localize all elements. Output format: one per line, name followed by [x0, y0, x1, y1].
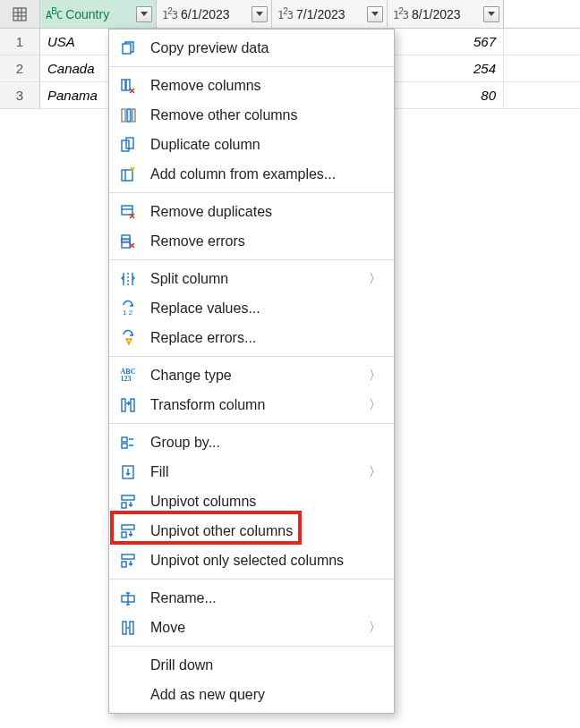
svg-rect-11	[126, 80, 130, 90]
svg-rect-15	[122, 140, 129, 151]
split-column-icon	[118, 269, 138, 289]
svg-marker-6	[256, 12, 263, 16]
menu-split-column[interactable]: Split column 〉	[109, 264, 394, 293]
column-header-8-1-2023[interactable]: 123 8/1/2023	[388, 0, 504, 28]
menu-separator	[109, 356, 394, 357]
column-header-row: ABC Country 123 6/1/2023 123 7/1/2023 12…	[0, 0, 580, 29]
menu-fill[interactable]: Fill 〉	[109, 457, 394, 487]
number-type-icon: 123	[162, 6, 177, 21]
group-by-icon	[118, 433, 138, 453]
svg-text:1 2: 1 2	[123, 309, 133, 317]
svg-rect-32	[122, 525, 134, 529]
svg-rect-14	[132, 109, 135, 122]
svg-rect-22	[122, 239, 130, 242]
menu-label: Group by...	[150, 435, 381, 451]
table-icon	[12, 6, 28, 22]
chevron-right-icon: 〉	[369, 464, 381, 480]
duplicate-icon	[118, 135, 138, 155]
svg-rect-25	[122, 399, 125, 411]
menu-duplicate-column[interactable]: Duplicate column	[109, 130, 394, 159]
menu-label: Remove errors	[150, 233, 381, 250]
column-header-7-1-2023[interactable]: 123 7/1/2023	[272, 0, 388, 28]
svg-rect-17	[122, 170, 132, 181]
row-number[interactable]: 3	[0, 82, 40, 108]
menu-change-type[interactable]: ABC123 Change type 〉	[109, 360, 394, 390]
chevron-right-icon: 〉	[369, 368, 381, 384]
change-type-icon: ABC123	[118, 366, 138, 385]
menu-remove-errors[interactable]: Remove errors	[109, 226, 394, 256]
text-type-icon: ABC	[46, 6, 62, 21]
replace-values-icon: 1 2	[118, 299, 138, 318]
menu-add-as-new-query[interactable]: Add as new query	[109, 680, 394, 709]
svg-marker-7	[371, 12, 379, 16]
menu-unpivot-columns[interactable]: Unpivot columns	[109, 487, 394, 516]
menu-add-column-from-examples[interactable]: Add column from examples...	[109, 159, 394, 189]
column-header-6-1-2023[interactable]: 123 6/1/2023	[157, 0, 272, 28]
fill-icon	[118, 462, 138, 482]
copy-icon	[118, 38, 138, 58]
menu-label: Move	[150, 620, 369, 636]
menu-copy-preview-data[interactable]: Copy preview data	[109, 33, 394, 63]
move-icon	[118, 618, 138, 638]
filter-button[interactable]	[367, 6, 383, 22]
menu-label: Rename...	[150, 590, 381, 606]
menu-unpivot-other-columns[interactable]: Unpivot other columns	[109, 516, 394, 546]
remove-errors-icon	[118, 232, 138, 251]
menu-separator	[109, 646, 394, 647]
remove-duplicates-icon	[118, 202, 138, 222]
menu-remove-duplicates[interactable]: Remove duplicates	[109, 197, 394, 226]
blank-icon	[118, 656, 138, 675]
menu-unpivot-only-selected-columns[interactable]: Unpivot only selected columns	[109, 546, 394, 575]
row-number[interactable]: 2	[0, 55, 40, 81]
svg-rect-31	[122, 503, 126, 508]
unpivot-selected-icon	[118, 551, 138, 571]
svg-rect-9	[123, 44, 131, 54]
number-type-icon: 123	[277, 6, 293, 21]
menu-replace-errors[interactable]: Replace errors...	[109, 323, 394, 352]
menu-label: Remove duplicates	[150, 204, 381, 220]
menu-group-by[interactable]: Group by...	[109, 427, 394, 457]
column-header-country[interactable]: ABC Country	[40, 0, 157, 28]
column-context-menu: Copy preview data Remove columns Remove …	[108, 29, 395, 714]
menu-remove-other-columns[interactable]: Remove other columns	[109, 100, 394, 130]
svg-rect-33	[122, 532, 126, 538]
row-number[interactable]: 1	[0, 29, 40, 55]
filter-button[interactable]	[252, 6, 268, 22]
menu-move[interactable]: Move 〉	[109, 613, 394, 642]
menu-separator	[109, 192, 394, 193]
menu-drill-down[interactable]: Drill down	[109, 650, 394, 680]
menu-label: Change type	[150, 368, 369, 384]
svg-rect-27	[122, 437, 127, 442]
menu-label: Replace values...	[150, 301, 381, 317]
filter-button[interactable]	[483, 6, 499, 22]
menu-rename[interactable]: Rename...	[109, 583, 394, 613]
menu-label: Unpivot columns	[150, 494, 381, 510]
svg-marker-5	[141, 12, 148, 16]
unpivot-icon	[118, 492, 138, 512]
menu-label: Copy preview data	[150, 40, 381, 56]
cell-8-1[interactable]: 567	[388, 29, 504, 55]
menu-remove-columns[interactable]: Remove columns	[109, 71, 394, 100]
menu-label: Unpivot only selected columns	[150, 553, 381, 569]
filter-button[interactable]	[136, 6, 152, 22]
add-from-examples-icon	[118, 165, 138, 184]
column-name: 6/1/2023	[181, 7, 252, 21]
unpivot-other-icon	[118, 521, 138, 541]
chevron-right-icon: 〉	[369, 620, 381, 636]
replace-errors-icon	[118, 328, 138, 348]
cell-8-1[interactable]: 80	[388, 82, 504, 108]
blank-icon	[118, 685, 138, 705]
menu-label: Duplicate column	[150, 137, 381, 153]
cell-8-1[interactable]: 254	[388, 55, 504, 81]
remove-columns-icon	[118, 76, 138, 96]
svg-rect-13	[127, 109, 131, 122]
menu-replace-values[interactable]: 1 2 Replace values...	[109, 293, 394, 323]
chevron-right-icon: 〉	[369, 397, 381, 413]
number-type-icon: 123	[393, 6, 408, 21]
menu-separator	[109, 259, 394, 260]
menu-label: Drill down	[150, 657, 381, 673]
menu-transform-column[interactable]: Transform column 〉	[109, 390, 394, 419]
select-all-cell[interactable]	[0, 0, 40, 28]
menu-label: Add column from examples...	[150, 166, 381, 182]
svg-rect-39	[130, 622, 133, 634]
